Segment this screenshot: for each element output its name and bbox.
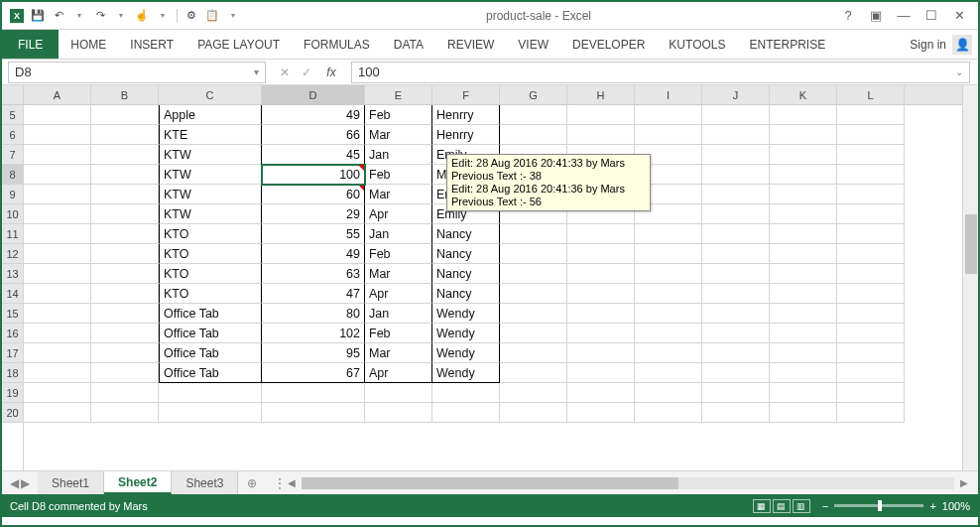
cell[interactable]: Apr (365, 363, 432, 383)
cell[interactable] (837, 363, 905, 383)
cell[interactable]: Office Tab (159, 343, 262, 363)
col-header[interactable]: H (567, 85, 635, 104)
cell[interactable] (91, 403, 159, 423)
cell[interactable] (567, 244, 635, 264)
col-header[interactable]: E (365, 85, 432, 104)
cell[interactable]: 29 (262, 204, 365, 224)
row-header[interactable]: 7 (2, 145, 23, 165)
cell[interactable] (770, 145, 837, 165)
cell[interactable] (262, 383, 365, 403)
cell[interactable] (770, 284, 837, 304)
cell[interactable] (500, 324, 567, 343)
cell[interactable] (24, 304, 91, 324)
row-header[interactable]: 9 (2, 185, 23, 204)
col-header[interactable]: B (91, 85, 159, 104)
sheet-tab-sheet2[interactable]: Sheet2 (104, 471, 172, 494)
col-header[interactable]: J (702, 85, 770, 104)
select-all-corner[interactable] (2, 85, 23, 105)
cell[interactable]: Mar (365, 343, 432, 363)
cell[interactable] (24, 224, 91, 244)
cell[interactable] (567, 125, 635, 145)
cell[interactable] (91, 125, 159, 145)
cell[interactable]: 67 (262, 363, 365, 383)
sheet-tab-sheet1[interactable]: Sheet1 (38, 471, 104, 494)
formula-enter-icon[interactable]: ✓ (296, 62, 317, 83)
col-header[interactable]: A (24, 85, 91, 104)
cell[interactable] (635, 284, 702, 304)
tab-home[interactable]: HOME (59, 30, 118, 59)
cell[interactable] (635, 403, 702, 423)
cell[interactable] (500, 304, 567, 324)
cell[interactable]: Mar (365, 185, 432, 204)
cell[interactable]: KTW (159, 145, 262, 165)
cell[interactable] (770, 204, 837, 224)
zoom-out-icon[interactable]: − (822, 500, 828, 512)
cell[interactable]: 95 (262, 343, 365, 363)
cell[interactable]: Feb (365, 324, 432, 343)
ribbon-display-icon[interactable]: ▣ (863, 7, 889, 25)
cell[interactable] (837, 125, 905, 145)
cell[interactable]: Feb (365, 165, 432, 185)
cell[interactable]: 49 (262, 244, 365, 264)
cell[interactable] (635, 105, 702, 125)
formula-expand-icon[interactable]: ⌄ (955, 66, 963, 77)
undo-dropdown[interactable]: ▾ (70, 7, 88, 25)
cell[interactable] (702, 145, 770, 165)
page-break-view-icon[interactable]: ▥ (793, 499, 810, 513)
cell[interactable] (500, 224, 567, 244)
redo-dropdown[interactable]: ▾ (112, 7, 130, 25)
fx-label[interactable]: fx (319, 62, 343, 83)
cell[interactable] (91, 105, 159, 125)
cell[interactable] (770, 224, 837, 244)
cell[interactable] (702, 125, 770, 145)
cell[interactable]: Henrry (432, 125, 500, 145)
cell[interactable] (702, 224, 770, 244)
cell[interactable]: 63 (262, 264, 365, 284)
cell[interactable]: KTW (159, 204, 262, 224)
cell[interactable] (91, 383, 159, 403)
col-header[interactable]: L (837, 85, 905, 104)
sheet-nav-next-icon[interactable]: ▶ (21, 476, 30, 490)
cell[interactable]: KTW (159, 185, 262, 204)
cell[interactable] (432, 403, 500, 423)
row-header[interactable]: 20 (2, 403, 23, 423)
cell[interactable] (91, 244, 159, 264)
row-header[interactable]: 8 (2, 165, 23, 185)
zoom-value[interactable]: 100% (942, 500, 970, 512)
cell[interactable] (770, 264, 837, 284)
horizontal-scrollbar[interactable]: ⋮ ◀ ▶ (266, 471, 978, 494)
cell[interactable] (635, 244, 702, 264)
cell[interactable] (837, 304, 905, 324)
cell[interactable] (567, 363, 635, 383)
cell[interactable]: Feb (365, 244, 432, 264)
custom-dropdown[interactable]: ▾ (224, 7, 242, 25)
normal-view-icon[interactable]: ▦ (753, 499, 771, 513)
cell[interactable] (91, 145, 159, 165)
cell[interactable] (770, 343, 837, 363)
cell[interactable] (635, 383, 702, 403)
cell[interactable] (24, 264, 91, 284)
cell[interactable] (837, 264, 905, 284)
cell[interactable]: Apr (365, 284, 432, 304)
cell[interactable] (837, 383, 905, 403)
cell[interactable] (24, 284, 91, 304)
cell[interactable] (702, 363, 770, 383)
tab-enterprise[interactable]: ENTERPRISE (738, 30, 838, 59)
cell[interactable] (837, 145, 905, 165)
cell[interactable]: Nancy (432, 284, 500, 304)
cell[interactable] (91, 284, 159, 304)
cell[interactable] (91, 224, 159, 244)
row-header[interactable]: 5 (2, 105, 23, 125)
cell[interactable] (770, 125, 837, 145)
tab-view[interactable]: VIEW (506, 30, 560, 59)
cell[interactable] (24, 165, 91, 185)
row-header[interactable]: 11 (2, 224, 23, 244)
cell[interactable] (567, 224, 635, 244)
name-box[interactable]: D8 ▾ (8, 62, 266, 83)
col-header[interactable]: C (159, 85, 262, 104)
cell[interactable]: Jan (365, 145, 432, 165)
cell[interactable] (837, 224, 905, 244)
col-header[interactable]: F (432, 85, 500, 104)
cell[interactable]: Nancy (432, 244, 500, 264)
cell[interactable] (702, 105, 770, 125)
